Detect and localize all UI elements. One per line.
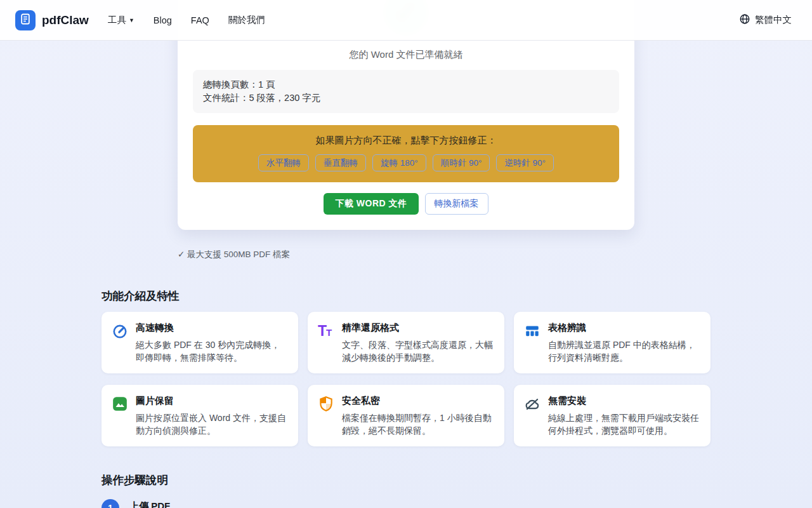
nav-item-blog-label: Blog [154,15,172,25]
feature-title: 無需安裝 [548,395,700,407]
feature-title: 圖片保留 [136,395,288,407]
flip-horizontal-button[interactable]: 水平翻轉 [258,154,309,171]
step-number-badge: 1 [102,499,119,508]
orientation-fix-panel: 如果圖片方向不正確，點擊下方按鈕修正： 水平翻轉 垂直翻轉 旋轉 180° 順時… [193,125,619,182]
cloud-off-icon [524,396,540,412]
rotate-cw-90-button[interactable]: 順時針 90° [433,154,490,171]
rotate-ccw-90-button[interactable]: 逆時針 90° [496,154,554,171]
feature-desc: 圖片按原位置嵌入 Word 文件，支援自動方向偵測與修正。 [136,411,288,437]
convert-new-file-button[interactable]: 轉換新檔案 [425,193,488,215]
stat-pages: 總轉換頁數：1 頁 [203,78,609,91]
steps-section-title: 操作步驟說明 [102,472,710,488]
feature-title: 安全私密 [342,395,494,407]
nav-item-faq-label: FAQ [191,15,209,25]
step-item-1: 1 上傳 PDF 將檔案拖放到上傳區，或點擊「選擇檔案」按鈕選擇本機 PDF（最… [102,497,710,508]
feature-card-format-body: 精準還原格式 文字、段落、字型樣式高度還原，大幅減少轉換後的手動調整。 [342,322,494,364]
brand-name[interactable]: pdfClaw [42,13,89,27]
text-format-icon: TT [318,323,334,339]
feature-card-no-install-body: 無需安裝 純線上處理，無需下載用戶端或安裝任何外掛程式，瀏覽器即可使用。 [548,395,700,437]
stat-document: 文件統計：5 段落，230 字元 [203,91,609,105]
feature-card-speed: 高速轉換 絕大多數 PDF 在 30 秒內完成轉換，即傳即轉，無需排隊等待。 [102,312,298,373]
nav-item-blog[interactable]: Blog [154,15,172,25]
step-title: 上傳 PDF [129,500,447,508]
speed-gauge-icon [112,323,128,339]
feature-card-security: 安全私密 檔案僅在轉換期間暫存，1 小時後自動銷毀，絕不長期保留。 [308,385,504,446]
conversion-stats: 總轉換頁數：1 頁 文件統計：5 段落，230 字元 [193,70,619,113]
language-label: 繁體中文 [755,14,792,26]
page-content: ✓ 您的 Word 文件已準備就緒 總轉換頁數：1 頁 文件統計：5 段落，23… [0,0,812,508]
feature-title: 精準還原格式 [342,322,494,334]
feature-card-no-install: 無需安裝 純線上處理，無需下載用戶端或安裝任何外掛程式，瀏覽器即可使用。 [514,385,710,446]
result-title: 您的 Word 文件已準備就緒 [193,49,619,61]
feature-desc: 純線上處理，無需下載用戶端或安裝任何外掛程式，瀏覽器即可使用。 [548,411,700,437]
rotate-180-button[interactable]: 旋轉 180° [372,154,426,171]
feature-grid: 高速轉換 絕大多數 PDF 在 30 秒內完成轉換，即傳即轉，無需排隊等待。 T… [102,312,710,446]
nav-item-about-label: 關於我們 [228,14,265,26]
file-limit-note: ✓ 最大支援 500MB PDF 檔案 [178,249,634,260]
table-icon [524,323,540,339]
orientation-buttons: 水平翻轉 垂直翻轉 旋轉 180° 順時針 90° 逆時針 90° [203,154,609,171]
feature-card-image-body: 圖片保留 圖片按原位置嵌入 Word 文件，支援自動方向偵測與修正。 [136,395,288,437]
nav-item-tools-label: 工具 [108,14,126,26]
feature-card-image: 圖片保留 圖片按原位置嵌入 Word 文件，支援自動方向偵測與修正。 [102,385,298,446]
result-actions: 下載 WORD 文件 轉換新檔案 [193,193,619,215]
text-format-icon-big: T [318,323,326,339]
document-icon [19,13,32,28]
flip-vertical-button[interactable]: 垂直翻轉 [315,154,366,171]
nav-item-tools[interactable]: 工具 ▼ [108,14,134,26]
chevron-down-icon: ▼ [129,17,134,23]
navbar: pdfClaw 工具 ▼ Blog FAQ 關於我們 繁體中文 [0,0,812,41]
file-limit-note-wrap: ✓ 最大支援 500MB PDF 檔案 [178,249,634,260]
feature-title: 表格辨識 [548,322,700,334]
nav-item-faq[interactable]: FAQ [191,15,209,25]
features-section-title: 功能介紹及特性 [102,288,710,304]
feature-card-table-body: 表格辨識 自動辨識並還原 PDF 中的表格結構，行列資料清晰對應。 [548,322,700,364]
steps-section: 操作步驟說明 1 上傳 PDF 將檔案拖放到上傳區，或點擊「選擇檔案」按鈕選擇本… [102,472,710,508]
main-nav: 工具 ▼ Blog FAQ 關於我們 [108,14,265,26]
orientation-message: 如果圖片方向不正確，點擊下方按鈕修正： [203,134,609,147]
feature-title: 高速轉換 [136,322,288,334]
features-section: 功能介紹及特性 高速轉換 絕大多數 PDF 在 30 秒內完成轉換，即傳即轉，無… [102,288,710,446]
language-switcher[interactable]: 繁體中文 [739,13,792,27]
feature-card-format: TT 精準還原格式 文字、段落、字型樣式高度還原，大幅減少轉換後的手動調整。 [308,312,504,373]
image-icon [112,396,128,412]
step-item-1-body: 上傳 PDF 將檔案拖放到上傳區，或點擊「選擇檔案」按鈕選擇本機 PDF（最大 … [129,497,447,508]
feature-desc: 檔案僅在轉換期間暫存，1 小時後自動銷毀，絕不長期保留。 [342,411,494,437]
feature-desc: 絕大多數 PDF 在 30 秒內完成轉換，即傳即轉，無需排隊等待。 [136,338,288,364]
download-word-button[interactable]: 下載 WORD 文件 [324,193,418,215]
feature-card-table: 表格辨識 自動辨識並還原 PDF 中的表格結構，行列資料清晰對應。 [514,312,710,373]
feature-desc: 自動辨識並還原 PDF 中的表格結構，行列資料清晰對應。 [548,338,700,364]
shield-icon [318,396,334,412]
app-logo[interactable] [15,10,36,30]
text-format-icon-small: T [326,327,331,338]
nav-item-about[interactable]: 關於我們 [228,14,265,26]
feature-desc: 文字、段落、字型樣式高度還原，大幅減少轉換後的手動調整。 [342,338,494,364]
feature-card-security-body: 安全私密 檔案僅在轉換期間暫存，1 小時後自動銷毀，絕不長期保留。 [342,395,494,437]
globe-icon [739,13,750,27]
feature-card-speed-body: 高速轉換 絕大多數 PDF 在 30 秒內完成轉換，即傳即轉，無需排隊等待。 [136,322,288,364]
